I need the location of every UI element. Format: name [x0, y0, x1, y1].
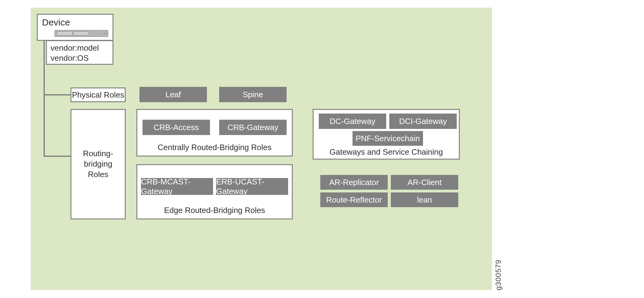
connector-vline — [44, 41, 45, 157]
routing-bridging-roles-label: Routing-bridging Roles — [74, 149, 122, 180]
role-dc-gateway: DC-Gateway — [319, 114, 386, 129]
role-leaf: Leaf — [139, 87, 207, 102]
role-ar-replicator: AR-Replicator — [320, 175, 388, 190]
svg-rect-4 — [106, 33, 107, 34]
role-ar-client: AR-Client — [391, 175, 458, 190]
physical-roles-box: Physical Roles — [70, 87, 126, 102]
role-crb-mcast-gateway: CRB-MCAST-Gateway — [141, 178, 213, 195]
svg-rect-2 — [74, 32, 89, 35]
role-dci-gateway: DCI-Gateway — [389, 114, 457, 129]
connector-h-to-rbroles — [44, 156, 71, 157]
device-icon — [55, 30, 108, 37]
connector-h-to-physroles — [44, 94, 71, 95]
role-pnf-servicechain: PNF-Servicechain — [352, 131, 423, 146]
role-erb-ucast-gateway: ERB-UCAST-Gateway — [216, 178, 288, 195]
gateways-caption: Gateways and Service Chaining — [313, 147, 460, 157]
role-lean: lean — [391, 192, 458, 207]
routing-bridging-roles-box: Routing-bridging Roles — [70, 109, 126, 219]
device-box: Device — [37, 14, 113, 41]
svg-rect-1 — [57, 32, 72, 35]
role-crb-access: CRB-Access — [143, 120, 210, 135]
physical-roles-label: Physical Roles — [72, 90, 124, 100]
crb-caption: Centrally Routed-Bridging Roles — [136, 143, 293, 152]
vendor-os: vendor:OS — [51, 53, 109, 63]
image-id-label: g300579 — [494, 260, 503, 290]
device-title: Device — [42, 17, 70, 27]
erb-caption: Edge Routed-Bridging Roles — [136, 206, 293, 215]
role-spine: Spine — [219, 87, 287, 102]
vendor-model: vendor:model — [51, 43, 109, 53]
role-crb-gateway: CRB-Gateway — [219, 120, 287, 135]
svg-rect-3 — [104, 33, 105, 34]
diagram-canvas: Device vendor:model vendor:OS Physical R… — [31, 8, 492, 290]
vendor-box: vendor:model vendor:OS — [46, 40, 113, 65]
role-route-reflector: Route-Reflector — [320, 192, 388, 207]
